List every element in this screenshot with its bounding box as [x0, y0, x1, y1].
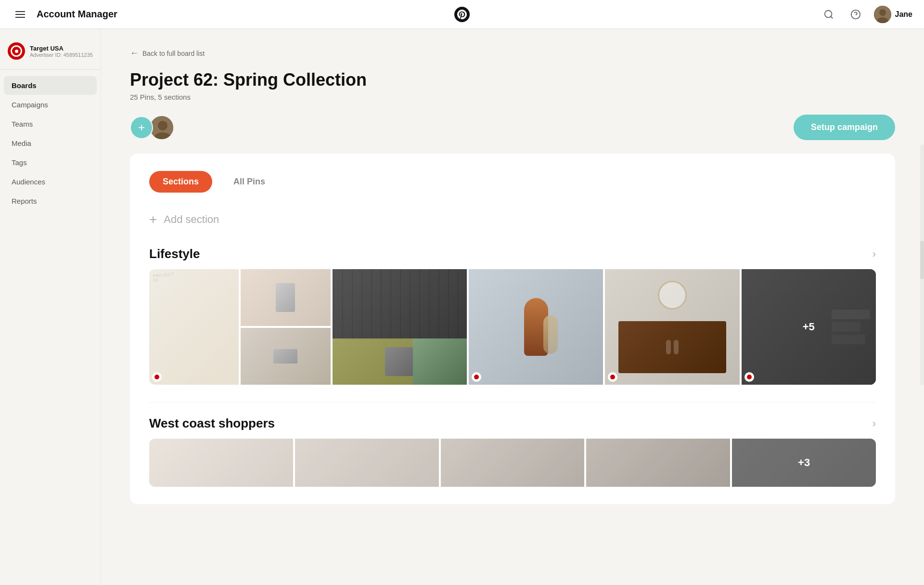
pin-cell-6[interactable]: +5	[742, 269, 876, 385]
west-coast-more-overlay: +3	[732, 439, 876, 487]
app-title: Account Manager	[37, 9, 117, 20]
pin-cell-5[interactable]	[605, 269, 739, 385]
pin-badge-6	[744, 372, 754, 382]
pin-badge-5	[608, 372, 617, 382]
help-button[interactable]	[847, 6, 864, 23]
target-logo-inner	[11, 45, 22, 57]
svg-line-1	[831, 16, 833, 18]
page-scrollbar[interactable]	[920, 144, 924, 385]
user-avatar	[874, 6, 891, 23]
pin-cell-3[interactable]	[333, 269, 467, 385]
nav-left: Account Manager	[12, 6, 117, 23]
tab-all-pins[interactable]: All Pins	[220, 171, 279, 193]
more-pins-overlay: +5	[742, 269, 876, 385]
sidebar-advertiser[interactable]: Target USA Advertiser ID: 4589511235	[0, 37, 101, 70]
user-name: Jane	[895, 10, 912, 19]
lifestyle-section-title: Lifestyle	[149, 247, 200, 261]
tabs-row: Sections All Pins	[149, 171, 876, 193]
collaborator-avatar-image	[150, 116, 174, 140]
setup-campaign-button[interactable]: Setup campaign	[794, 115, 895, 140]
project-stamp-1: PROJECT62	[153, 272, 175, 283]
hamburger-icon	[15, 11, 25, 18]
svg-point-5	[879, 9, 886, 16]
west-coast-pin-4[interactable]	[586, 439, 730, 487]
pin-badge-1	[152, 372, 162, 382]
main-content: ← Back to full board list Project 62: Sp…	[101, 29, 924, 585]
lifestyle-image-grid: PROJECT62	[149, 269, 876, 385]
nav-center	[454, 7, 470, 22]
user-section[interactable]: Jane	[874, 6, 912, 23]
west-coast-section-header: West coast shoppers ›	[149, 416, 876, 431]
search-button[interactable]	[820, 6, 837, 23]
content-card: Sections All Pins + Add section Lifestyl…	[130, 154, 895, 504]
sidebar-item-campaigns[interactable]: Campaigns	[4, 95, 97, 114]
lifestyle-section-chevron[interactable]: ›	[873, 248, 876, 260]
sidebar-item-reports[interactable]: Reports	[4, 192, 97, 210]
west-coast-image-grid: +3	[149, 439, 876, 487]
back-to-board-list-link[interactable]: ← Back to full board list	[130, 48, 895, 58]
avatar-image	[874, 6, 891, 23]
add-section-label: Add section	[164, 213, 219, 226]
collaborators-row: + Setup campaign	[130, 115, 895, 140]
nav-right: Jane	[820, 6, 912, 23]
page-header: Project 62: Spring Collection 25 Pins, 5…	[130, 70, 895, 101]
west-coast-pin-1[interactable]	[149, 439, 293, 487]
sidebar-item-media[interactable]: Media	[4, 134, 97, 153]
pinterest-logo-svg	[457, 10, 467, 19]
sidebar: Target USA Advertiser ID: 4589511235 Boa…	[0, 29, 101, 585]
west-coast-section-title: West coast shoppers	[149, 416, 275, 431]
svg-point-8	[158, 121, 167, 130]
target-logo-dot	[15, 50, 18, 53]
hamburger-menu-button[interactable]	[12, 6, 29, 23]
sidebar-item-teams[interactable]: Teams	[4, 115, 97, 133]
plus-icon: +	[149, 212, 157, 227]
pin-cell-2b[interactable]	[241, 328, 330, 385]
target-logo	[8, 42, 25, 60]
pin-cell-1[interactable]: PROJECT62	[149, 269, 239, 385]
sidebar-nav: Boards Campaigns Teams Media Tags Audien…	[0, 74, 101, 213]
sidebar-item-audiences[interactable]: Audiences	[4, 172, 97, 191]
sidebar-item-tags[interactable]: Tags	[4, 153, 97, 172]
west-coast-section-chevron[interactable]: ›	[873, 417, 876, 430]
sidebar-item-boards[interactable]: Boards	[4, 76, 97, 95]
west-coast-pin-2[interactable]	[295, 439, 439, 487]
pin-cell-4[interactable]	[469, 269, 603, 385]
advertiser-id: Advertiser ID: 4589511235	[30, 52, 93, 58]
page-subtitle: 25 Pins, 5 sections	[130, 93, 895, 101]
svg-point-0	[824, 10, 832, 17]
pinterest-logo	[454, 7, 470, 22]
add-section-row[interactable]: + Add section	[149, 208, 876, 231]
pin-cell-2-grid	[241, 269, 330, 385]
pin-cell-2a[interactable]	[241, 269, 330, 326]
main-layout: Target USA Advertiser ID: 4589511235 Boa…	[0, 0, 924, 585]
top-navigation: Account Manager	[0, 0, 924, 29]
lifestyle-section-header: Lifestyle ›	[149, 247, 876, 261]
help-icon	[850, 9, 861, 20]
collaborators-list: +	[130, 115, 170, 140]
tab-sections[interactable]: Sections	[149, 171, 212, 193]
pin-badge-4	[472, 372, 481, 382]
scrollbar-thumb[interactable]	[920, 241, 924, 279]
page-title: Project 62: Spring Collection	[130, 70, 895, 90]
west-coast-pin-3[interactable]	[441, 439, 585, 487]
add-collaborator-button[interactable]: +	[130, 116, 153, 139]
search-icon	[823, 9, 834, 20]
back-link-label: Back to full board list	[142, 50, 205, 57]
section-divider	[149, 402, 876, 403]
advertiser-name: Target USA	[30, 45, 93, 52]
west-coast-pin-5[interactable]: +3	[732, 439, 876, 487]
back-arrow-icon: ←	[130, 48, 139, 58]
advertiser-info: Target USA Advertiser ID: 4589511235	[30, 45, 93, 58]
